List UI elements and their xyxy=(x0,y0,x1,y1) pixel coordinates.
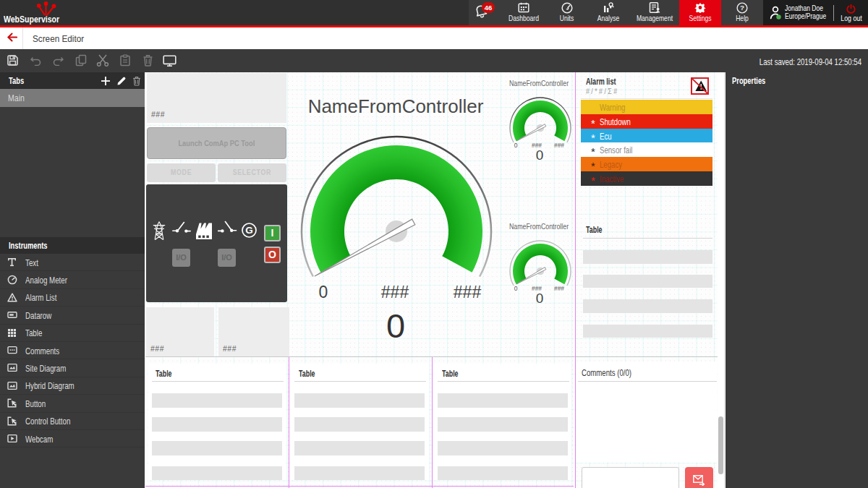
svg-text:?: ? xyxy=(740,4,744,12)
svg-text:G: G xyxy=(245,225,253,236)
